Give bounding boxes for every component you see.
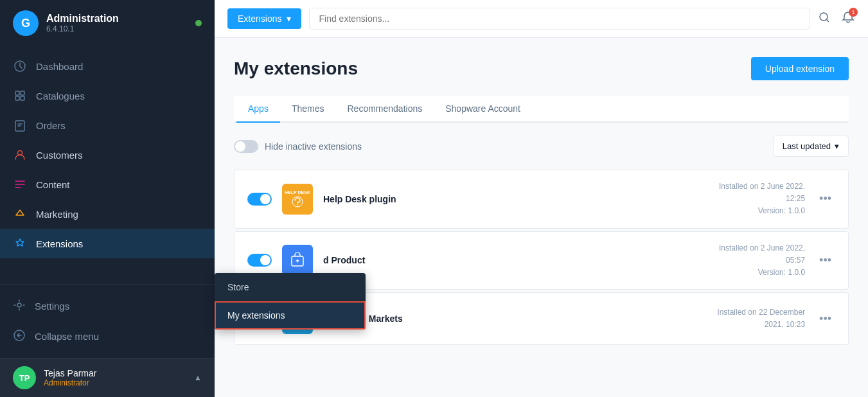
page-title: My extensions [234,58,358,79]
search-bar [309,8,810,30]
sidebar-item-content[interactable]: Content [0,170,215,199]
toggle-label: Hide inactive extensions [265,141,362,152]
svg-rect-3 [15,96,19,100]
sidebar-item-content-label: Content [36,179,70,190]
tab-recommendations[interactable]: Recommendations [336,96,434,123]
sidebar-footer: Settings Collapse menu [0,284,215,358]
sidebar: G Administration 6.4.10.1 Dashboard [0,0,215,397]
topbar-icons: 1 [818,10,855,28]
tab-themes[interactable]: Themes [280,96,336,123]
toggle-row: Hide inactive extensions [234,140,362,153]
app-info: Administration 6.4.10.1 [46,13,119,33]
extensions-dropdown-btn[interactable]: Extensions ▾ [227,8,301,29]
status-dot [195,20,202,26]
sidebar-item-extensions[interactable]: Extensions [0,229,215,258]
toggle-knob [235,141,245,152]
sidebar-item-orders[interactable]: Orders [0,110,215,140]
page-body: My extensions Upload extension Apps Them… [215,38,868,397]
page-header: My extensions Upload extension [234,57,849,80]
sidebar-item-catalogues[interactable]: Catalogues [0,81,215,110]
extension-card-help-desk: HELP DESK Help Desk plugin Installed on … [234,170,849,229]
sort-chevron-icon: ▾ [835,141,839,151]
notification-badge: 1 [849,8,858,17]
svg-rect-2 [21,91,24,95]
ext-time-help-desk: 12:25 [719,193,805,205]
tab-apps[interactable]: Apps [236,96,280,123]
svg-point-7 [17,303,21,307]
toggle-knob [260,255,270,265]
user-chevron-icon: ▲ [194,373,202,382]
app-version: 6.4.10.1 [46,24,119,33]
sidebar-item-orders-label: Orders [36,120,66,131]
tabs-bar: Apps Themes Recommendations Shopware Acc… [234,96,849,123]
orders-icon [13,118,27,132]
settings-icon [13,299,26,313]
user-section[interactable]: TP Tejas Parmar Administrator ▲ [0,358,215,397]
customers-icon [13,148,27,162]
sidebar-item-dashboard[interactable]: Dashboard [0,51,215,81]
help-desk-toggle[interactable] [247,193,272,206]
user-info: Tejas Parmar Administrator [44,368,96,387]
svg-point-11 [297,204,298,206]
sidebar-item-customers-label: Customers [36,150,83,161]
ext-meta-markets: Installed on 22 December 2021, 10:23 [717,306,805,331]
extensions-icon [13,236,27,251]
product-icon [282,245,313,276]
sort-dropdown-btn[interactable]: Last updated ▾ [773,136,849,157]
sidebar-nav: Dashboard Catalogues Orders [0,46,215,284]
collapse-label: Collapse menu [35,331,99,342]
dashboard-icon [13,59,27,73]
ext-installed-product: Installed on 2 June 2022, [719,242,805,254]
sidebar-item-extensions-label: Extensions [36,238,83,249]
extensions-dropdown: Store My extensions [215,273,366,330]
catalogues-icon [13,89,27,103]
upload-extension-button[interactable]: Upload extension [751,57,849,80]
product-toggle[interactable] [247,254,272,267]
dropdown-item-my-extensions[interactable]: My extensions [215,301,366,330]
settings-label: Settings [35,301,69,312]
main-content: Extensions ▾ 1 My extensi [215,0,868,397]
user-avatar: TP [13,366,36,389]
notification-icon[interactable]: 1 [841,10,855,28]
ext-name-product: d Product [323,255,709,265]
hide-inactive-toggle[interactable] [234,140,258,153]
sidebar-item-marketing[interactable]: Marketing [0,199,215,229]
filter-row: Hide inactive extensions Last updated ▾ [234,136,849,157]
app-title: Administration [46,13,119,24]
ext-version-help-desk: Version: 1.0.0 [719,205,805,217]
topbar: Extensions ▾ 1 [215,0,868,38]
search-input[interactable] [319,13,801,24]
ext-more-product[interactable]: ••• [815,254,835,267]
ext-more-markets[interactable]: ••• [815,312,835,326]
ext-meta-help-desk: Installed on 2 June 2022, 12:25 Version:… [719,181,805,218]
marketing-icon [13,207,27,221]
collapse-icon [13,329,26,344]
dropdown-item-store[interactable]: Store [215,273,366,301]
ext-installed-markets: Installed on 22 December [717,306,805,319]
sidebar-item-customers[interactable]: Customers [0,140,215,170]
user-role: Administrator [44,378,96,387]
sidebar-item-catalogues-label: Catalogues [36,91,85,101]
ext-time-product: 05:57 [719,254,805,267]
extensions-btn-chevron-icon: ▾ [287,13,291,24]
ext-more-help-desk[interactable]: ••• [815,192,835,206]
app-logo: G [13,10,39,36]
tab-shopware-account[interactable]: Shopware Account [434,96,532,123]
ext-installed-help-desk: Installed on 2 June 2022, [719,181,805,193]
sidebar-item-settings[interactable]: Settings [0,291,215,321]
ext-name-help-desk: Help Desk plugin [323,194,709,204]
ext-name-markets: Shopware Markets [323,313,707,324]
search-topbar-icon[interactable] [818,11,831,27]
sidebar-header: G Administration 6.4.10.1 [0,0,215,46]
svg-rect-4 [21,96,24,100]
extensions-btn-label: Extensions [238,13,281,24]
ext-version-product: Version: 1.0.0 [719,267,805,279]
content-icon [13,177,27,191]
sort-label: Last updated [783,141,831,151]
sidebar-item-collapse[interactable]: Collapse menu [0,321,215,351]
ext-meta-product: Installed on 2 June 2022, 05:57 Version:… [719,242,805,279]
help-desk-icon: HELP DESK [282,184,313,215]
toggle-knob [260,194,270,204]
svg-rect-1 [15,91,19,95]
sidebar-item-marketing-label: Marketing [36,209,78,220]
